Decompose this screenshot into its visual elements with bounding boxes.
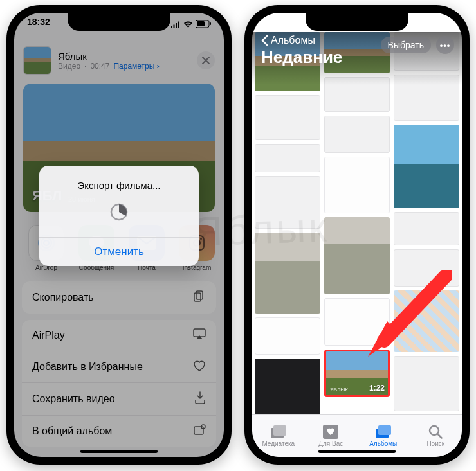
photos-header: Альбомы Недавние Выбрать ••• bbox=[252, 32, 462, 85]
svg-rect-20 bbox=[273, 425, 286, 436]
more-button[interactable]: ••• bbox=[436, 36, 454, 54]
phone-left: 18:32 Яблык Видео · 00:47 bbox=[6, 5, 232, 465]
svg-rect-17 bbox=[435, 21, 443, 26]
back-label: Альбомы bbox=[271, 35, 315, 46]
home-indicator[interactable] bbox=[318, 450, 396, 453]
grid-item[interactable] bbox=[394, 290, 459, 352]
grid-item[interactable] bbox=[255, 144, 320, 173]
tab-search[interactable]: Поиск bbox=[410, 415, 462, 457]
grid-item[interactable] bbox=[324, 217, 390, 294]
tab-label: Альбомы bbox=[369, 440, 397, 447]
grid-item[interactable] bbox=[394, 212, 459, 245]
grid-item[interactable] bbox=[255, 317, 320, 355]
grid-item[interactable] bbox=[394, 125, 459, 208]
grid-item[interactable] bbox=[255, 359, 320, 414]
select-button[interactable]: Выбрать bbox=[381, 37, 431, 53]
progress-icon bbox=[39, 196, 199, 237]
status-icons bbox=[408, 17, 449, 31]
grid-video-item[interactable]: ЯБЛЫК 1:22 bbox=[324, 350, 390, 397]
grid-item[interactable] bbox=[394, 356, 459, 411]
alert-title: Экспорт фильма... bbox=[39, 166, 199, 196]
grid-item[interactable] bbox=[255, 95, 320, 140]
tab-label: Медиатека bbox=[262, 440, 295, 447]
grid-item[interactable] bbox=[394, 249, 459, 287]
tab-label: Для Вас bbox=[318, 440, 343, 447]
tab-library[interactable]: Медиатека bbox=[252, 415, 305, 457]
svg-rect-18 bbox=[448, 22, 449, 25]
export-alert: Экспорт фильма... Отменить bbox=[39, 166, 199, 266]
video-meta: ЯБЛЫК bbox=[330, 387, 348, 393]
alert-cancel-button[interactable]: Отменить bbox=[39, 237, 199, 266]
grid-item[interactable] bbox=[324, 157, 390, 213]
screen-left: 18:32 Яблык Видео · 00:47 bbox=[14, 13, 224, 457]
tab-label: Поиск bbox=[426, 440, 444, 447]
notch bbox=[306, 13, 408, 31]
home-indicator[interactable] bbox=[80, 450, 158, 453]
grid-item[interactable] bbox=[324, 298, 390, 346]
video-duration: 1:22 bbox=[369, 384, 385, 393]
status-time: 18:39 bbox=[265, 17, 288, 31]
grid-item[interactable] bbox=[324, 116, 390, 153]
svg-rect-23 bbox=[378, 425, 391, 435]
